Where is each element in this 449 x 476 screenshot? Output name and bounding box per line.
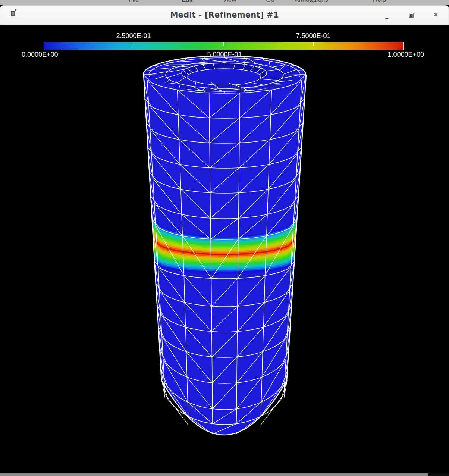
minimize-button[interactable]: – <box>379 6 395 24</box>
bg-menu-item-annotations[interactable]: Annotations <box>295 0 328 4</box>
window-bottom-border <box>0 473 449 476</box>
bg-menu-item-go[interactable]: Go <box>266 0 274 4</box>
bottom-border-dark-segment <box>428 473 449 476</box>
bg-menu-item-view[interactable]: View <box>223 0 236 4</box>
close-button[interactable]: ✕ <box>428 6 444 24</box>
bg-menu-item-help[interactable]: Help <box>373 0 386 4</box>
titlebar[interactable]: Medit - [Refinement] #1 – ▣ ✕ <box>0 5 449 25</box>
bg-menu-item-edit[interactable]: Edit <box>182 0 192 4</box>
cylinder-mesh[interactable] <box>0 25 449 473</box>
screen: FileEditViewGoAnnotationsHelp Medit - [R… <box>0 0 449 476</box>
bg-menu-item-file[interactable]: File <box>129 0 139 4</box>
gl-viewport[interactable]: 2.5000E-01 7.5000E-01 0.0000E+00 5.0000E… <box>0 25 449 473</box>
maximize-button[interactable]: ▣ <box>403 6 420 24</box>
background-window-menubar: FileEditViewGoAnnotationsHelp <box>0 0 449 5</box>
